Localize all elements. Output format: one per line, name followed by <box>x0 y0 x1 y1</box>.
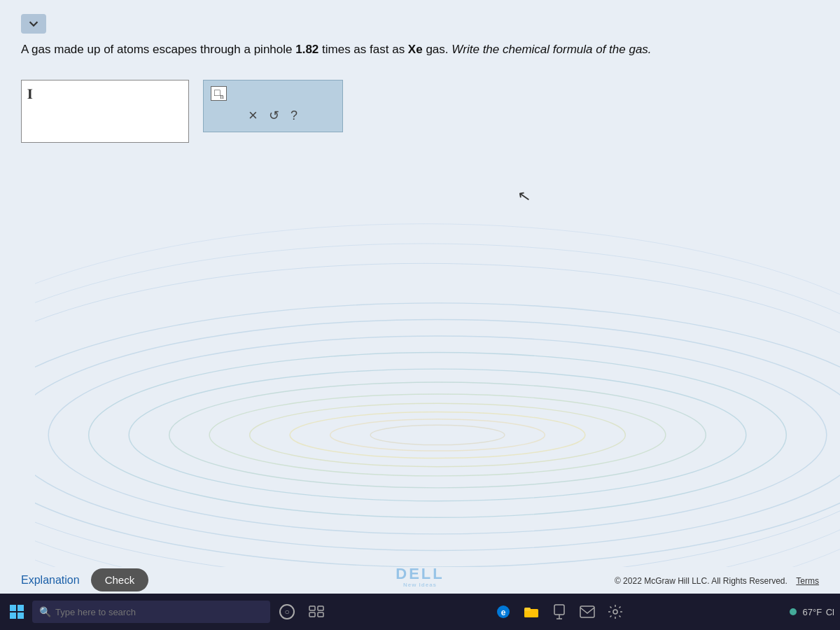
copyright-text: © 2022 McGraw Hill LLC. All Rights Reser… <box>615 576 788 586</box>
mail-icon[interactable] <box>575 599 600 624</box>
help-button[interactable]: ? <box>290 106 298 125</box>
svg-rect-20 <box>309 612 315 617</box>
svg-point-3 <box>89 353 787 518</box>
svg-text:e: e <box>501 608 506 617</box>
svg-point-1 <box>35 319 840 550</box>
svg-rect-17 <box>18 612 24 619</box>
bottom-bar: Explanation Check © 2022 McGraw Hill LLC… <box>0 568 840 592</box>
svg-rect-15 <box>18 605 24 611</box>
svg-point-4 <box>129 369 746 501</box>
formula-panel-top: □n <box>211 86 335 102</box>
settings-icon[interactable] <box>603 599 628 624</box>
svg-point-30 <box>613 610 617 614</box>
bottom-left: Explanation Check <box>21 568 148 592</box>
svg-rect-21 <box>318 612 323 617</box>
svg-rect-25 <box>524 608 531 611</box>
formula-panel: □n × ↺ ? <box>203 80 343 133</box>
svg-point-2 <box>48 336 827 534</box>
cortana-button[interactable]: ○ <box>274 599 300 624</box>
answer-input-box[interactable]: 𝐈 <box>21 80 189 143</box>
network-icon[interactable] <box>790 608 797 615</box>
answer-area: 𝐈 □n × ↺ ? <box>21 80 819 143</box>
taskbar: 🔍 ○ e <box>0 594 840 630</box>
svg-rect-14 <box>10 605 16 611</box>
wave-background <box>35 105 840 567</box>
svg-point-7 <box>250 403 626 467</box>
taskbar-search[interactable]: 🔍 <box>32 601 270 623</box>
undo-button[interactable]: ↺ <box>269 106 279 125</box>
formula-panel-buttons: × ↺ ? <box>211 106 335 125</box>
task-view-button[interactable] <box>304 599 329 624</box>
svg-point-0 <box>35 303 840 567</box>
pin-icon[interactable] <box>547 599 572 624</box>
svg-rect-29 <box>580 606 594 617</box>
copyright-area: © 2022 McGraw Hill LLC. All Rights Reser… <box>615 574 819 587</box>
clear-button[interactable]: × <box>248 106 258 125</box>
svg-point-10 <box>370 425 505 444</box>
svg-point-9 <box>330 419 545 451</box>
terms-link[interactable]: Terms <box>796 576 819 586</box>
file-explorer-icon[interactable] <box>519 599 544 624</box>
question-text: A gas made up of atoms escapes through a… <box>21 41 819 59</box>
taskbar-right: 67°F Cl <box>790 607 834 617</box>
svg-rect-18 <box>309 606 315 610</box>
edge-browser-icon[interactable]: e <box>491 599 516 624</box>
svg-point-6 <box>209 394 666 476</box>
taskbar-search-input[interactable] <box>55 607 263 617</box>
svg-point-12 <box>35 244 840 567</box>
svg-point-13 <box>35 224 840 567</box>
svg-rect-19 <box>318 606 323 610</box>
svg-rect-16 <box>10 612 16 619</box>
explanation-link[interactable]: Explanation <box>21 574 80 587</box>
svg-point-11 <box>35 263 840 567</box>
subscript-icon[interactable]: □n <box>211 86 227 102</box>
main-content: A gas made up of atoms escapes through a… <box>0 0 840 143</box>
check-button[interactable]: Check <box>91 568 149 592</box>
taskbar-middle: e <box>333 599 785 624</box>
temperature-display: 67°F Cl <box>802 607 834 617</box>
windows-start-button[interactable] <box>6 601 28 623</box>
collapse-button[interactable] <box>21 14 46 34</box>
taskbar-search-icon: 🔍 <box>39 606 51 617</box>
text-cursor-icon: 𝐈 <box>27 86 33 102</box>
svg-rect-26 <box>554 605 564 615</box>
